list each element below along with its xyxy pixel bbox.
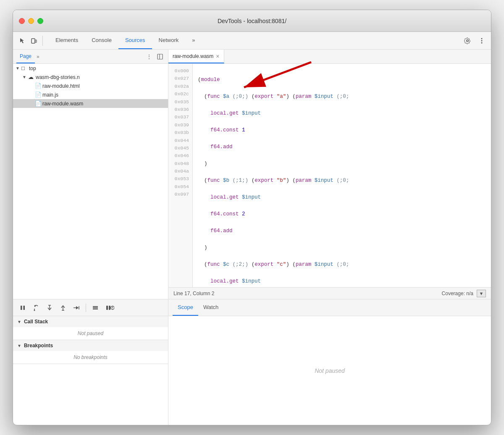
code-line-10: f64.add <box>198 227 486 235</box>
left-tab-more[interactable]: » <box>35 54 41 60</box>
svg-rect-15 <box>109 306 110 310</box>
tree-item-wasm-dbg[interactable]: ▼ ☁ wasm-dbg-stories.n <box>13 73 168 81</box>
svg-rect-1 <box>35 40 37 42</box>
tab-console[interactable]: Console <box>85 32 118 49</box>
tree-arrow-wasm-dbg: ▼ <box>22 75 28 79</box>
debug-panel: ▼ Call Stack Not paused ▼ Breakpoints No… <box>13 316 168 425</box>
step-out-button[interactable] <box>58 302 68 313</box>
coverage-label: Coverage: n/a <box>442 291 473 296</box>
device-toggle-button[interactable] <box>28 35 40 47</box>
editor-tab-close-button[interactable]: × <box>216 53 219 59</box>
status-bar: Line 17, Column 2 Coverage: n/a ▼ <box>168 287 491 299</box>
tree-arrow-top: ▼ <box>16 66 21 71</box>
main-toolbar: Elements Console Sources Network » <box>13 32 491 50</box>
step-over-button[interactable] <box>31 302 42 313</box>
file-tree: ▼ □ top ▼ ☁ wasm-dbg-stories.n 📄 <box>13 64 168 299</box>
editor-tab-label: raw-module.wasm <box>173 53 213 59</box>
deactivate-icon <box>92 304 99 311</box>
pause-icon <box>19 304 26 311</box>
settings-button[interactable] <box>462 35 473 47</box>
step-out-icon <box>60 304 66 311</box>
pause-button[interactable] <box>17 302 28 313</box>
maximize-button[interactable] <box>37 18 43 24</box>
title-bar: DevTools - localhost:8081/ <box>13 10 491 32</box>
call-stack-header[interactable]: ▼ Call Stack <box>13 316 168 327</box>
close-button[interactable] <box>19 18 25 24</box>
panel-menu-button[interactable]: ⋮ <box>144 52 154 61</box>
pause-exceptions-icon <box>106 304 114 311</box>
tree-label-wasm: raw-module.wasm <box>42 101 83 107</box>
tree-item-wasm[interactable]: 📄 raw-module.wasm <box>13 99 168 108</box>
svg-point-4 <box>481 42 483 43</box>
file-wasm-icon: 📄 <box>35 100 42 107</box>
svg-rect-8 <box>21 306 22 310</box>
breakpoints-arrow: ▼ <box>17 343 21 348</box>
kebab-icon <box>478 37 485 44</box>
code-line-9: f64.const 2 <box>198 210 486 218</box>
more-options-button[interactable] <box>476 35 488 47</box>
svg-rect-5 <box>158 54 163 59</box>
left-tabs: Page » ⋮ <box>13 50 168 64</box>
coverage-button[interactable]: ▼ <box>477 290 486 297</box>
tree-item-raw-html[interactable]: 📄 raw-module.html <box>13 81 168 90</box>
code-content: (module (func $a (;0;) (export "a") (par… <box>193 64 491 287</box>
status-right: Coverage: n/a ▼ <box>442 290 486 297</box>
tree-label-main-js: main.js <box>42 92 58 98</box>
code-line-7: (func $b (;1;) (export "b") (param $inpu… <box>198 176 486 185</box>
gear-icon <box>464 37 471 44</box>
svg-point-18 <box>112 309 113 309</box>
svg-point-10 <box>34 309 35 311</box>
code-line-6: ) <box>198 160 486 168</box>
pause-exceptions-button[interactable] <box>103 302 117 313</box>
monitor-icon: □ <box>21 65 29 71</box>
code-line-4: f64.const 1 <box>198 126 486 134</box>
code-line-3: local.get $input <box>198 109 486 118</box>
tab-more[interactable]: » <box>185 32 202 49</box>
tree-item-top[interactable]: ▼ □ top <box>13 64 168 73</box>
step-over-icon <box>33 304 39 311</box>
line-numbers: 0x000 0x027 0x02a 0x02c 0x035 0x036 0x03… <box>168 64 193 287</box>
code-line-12: (func $c (;2;) (export "c") (param $inpu… <box>198 260 486 269</box>
debug-toolbar <box>13 299 168 316</box>
step-icon <box>73 304 80 311</box>
deactivate-breakpoints-button[interactable] <box>90 302 101 313</box>
right-tabs: Scope Watch <box>168 299 491 316</box>
tab-scope[interactable]: Scope <box>173 299 198 316</box>
breakpoints-label: Breakpoints <box>24 343 53 349</box>
devtools-window: DevTools - localhost:8081/ Elements Cons… <box>13 10 491 425</box>
tab-page[interactable]: Page <box>16 50 35 63</box>
tree-label-top: top <box>29 66 36 71</box>
code-line-11: ) <box>198 244 486 252</box>
step-into-icon <box>46 304 53 311</box>
code-line-2: (func $a (;0;) (export "a") (param $inpu… <box>198 92 486 101</box>
breakpoints-header[interactable]: ▼ Breakpoints <box>13 340 168 351</box>
editor-wrapper: raw-module.wasm × 0x000 0x027 0x02a 0x02… <box>168 50 491 299</box>
tab-network[interactable]: Network <box>152 32 186 49</box>
tab-elements[interactable]: Elements <box>49 32 85 49</box>
cloud-icon: ☁ <box>28 74 36 80</box>
editor-tab-wasm[interactable]: raw-module.wasm × <box>168 50 224 63</box>
tree-item-main-js[interactable]: 📄 main.js <box>13 90 168 99</box>
tab-watch[interactable]: Watch <box>198 299 223 316</box>
svg-point-3 <box>481 40 483 41</box>
cursor-icon <box>19 37 26 44</box>
breakpoints-content: No breakpoints <box>13 351 168 364</box>
code-line-5: f64.add <box>198 143 486 151</box>
step-button[interactable] <box>71 302 82 313</box>
panel-toggle-button[interactable] <box>155 52 165 61</box>
call-stack-label: Call Stack <box>24 319 48 325</box>
call-stack-content: Not paused <box>13 327 168 340</box>
call-stack-section: ▼ Call Stack Not paused <box>13 316 168 340</box>
inspect-element-button[interactable] <box>16 35 28 47</box>
minimize-button[interactable] <box>28 18 34 24</box>
traffic-lights <box>19 18 43 24</box>
bottom-area: ▼ Call Stack Not paused ▼ Breakpoints No… <box>13 299 491 425</box>
tab-sources[interactable]: Sources <box>118 32 152 49</box>
code-line-1: (module <box>198 76 486 84</box>
toolbar-separator <box>42 36 43 46</box>
scope-content: Not paused <box>168 316 491 425</box>
debug-sep <box>86 304 86 312</box>
code-editor[interactable]: 0x000 0x027 0x02a 0x02c 0x035 0x036 0x03… <box>168 64 491 287</box>
step-into-button[interactable] <box>44 302 55 313</box>
device-icon <box>31 37 37 44</box>
